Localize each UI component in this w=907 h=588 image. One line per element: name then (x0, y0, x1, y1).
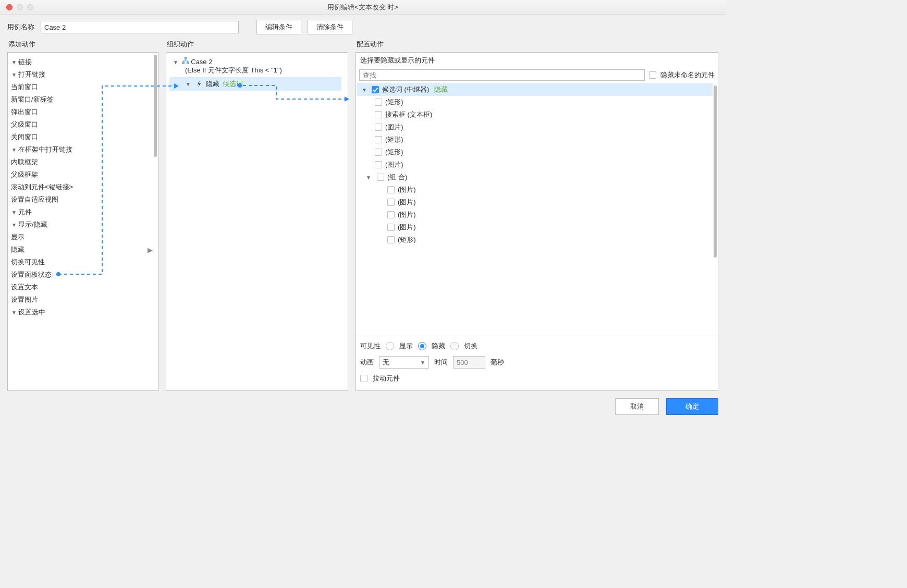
clear-condition-button[interactable]: 清除条件 (308, 20, 352, 34)
configure-pane: 选择要隐藏或显示的元件 隐藏未命名的元件 ▼ 候选词 (中继器) 隐藏 (矩形)… (356, 52, 718, 391)
tree-hide[interactable]: 隐藏▶ (11, 243, 152, 256)
tree-new-window[interactable]: 新窗口/新标签 (11, 93, 152, 106)
widget-image-2[interactable]: (图片) (357, 158, 713, 171)
widget-checkbox[interactable] (387, 211, 395, 218)
widget-checkbox[interactable] (375, 136, 382, 143)
widget-group-image-4[interactable]: (图片) (357, 221, 713, 234)
cancel-button[interactable]: 取消 (615, 398, 659, 415)
disclosure-down-icon[interactable]: ▼ (11, 72, 17, 78)
visibility-hide-radio[interactable] (418, 342, 426, 350)
time-input[interactable] (453, 356, 485, 369)
pull-widget-label: 拉动元件 (373, 374, 400, 383)
widget-checkbox[interactable] (375, 124, 382, 131)
tree-show[interactable]: 显示 (11, 231, 152, 243)
hide-unnamed-checkbox[interactable] (649, 71, 656, 79)
widget-checkbox[interactable] (375, 111, 382, 118)
disclosure-down-icon[interactable]: ▼ (361, 87, 367, 93)
case-name-input[interactable] (41, 21, 239, 33)
hide-unnamed-label: 隐藏未命名的元件 (660, 70, 715, 80)
widget-checkbox[interactable] (375, 149, 382, 156)
widget-list[interactable]: ▼ 候选词 (中继器) 隐藏 (矩形) 搜索框 (文本框) (图片) (矩形) … (356, 83, 713, 336)
action-tree-scroll[interactable]: ▼链接 ▼打开链接 当前窗口 新窗口/新标签 弹出窗口 父级窗口 关闭窗口 ▼在… (8, 53, 153, 390)
widget-checkbox[interactable] (387, 236, 395, 243)
tree-parent-window[interactable]: 父级窗口 (11, 118, 152, 131)
widget-group-image-2[interactable]: (图片) (357, 196, 713, 209)
tree-popup-window[interactable]: 弹出窗口 (11, 106, 152, 118)
minimize-icon[interactable] (17, 4, 23, 10)
disclosure-down-icon[interactable]: ▼ (11, 222, 17, 228)
widget-group-image-1[interactable]: (图片) (357, 183, 713, 196)
tree-open-link[interactable]: ▼打开链接 (11, 68, 152, 81)
case-condition[interactable]: (Else If 元件文字长度 This < "1") (169, 66, 341, 76)
lightning-icon (195, 80, 203, 88)
disclosure-down-icon[interactable]: ▼ (11, 59, 17, 65)
visibility-show-radio[interactable] (386, 342, 394, 350)
widget-checkbox[interactable] (387, 199, 395, 206)
case-label: Case 2 (191, 58, 212, 66)
widget-rect-2[interactable]: (矩形) (357, 133, 713, 146)
action-target: 候选词 (223, 79, 243, 89)
disclosure-down-icon[interactable]: ▼ (11, 310, 17, 315)
widget-checkbox[interactable] (387, 186, 395, 193)
configure-action-title: 配置动作 (356, 38, 718, 52)
maximize-icon[interactable] (27, 4, 33, 10)
tree-scroll-anchor[interactable]: 滚动到元件<锚链接> (11, 181, 152, 193)
widget-checkbox[interactable] (377, 174, 384, 181)
case-tree-pane: ▼ Case 2 (Else If 元件文字长度 This < "1") ▼ 隐… (166, 52, 348, 391)
disclosure-down-icon[interactable]: ▼ (173, 59, 179, 65)
edit-condition-button[interactable]: 编辑条件 (256, 20, 301, 34)
animation-select[interactable]: 无 ▼ (379, 356, 429, 369)
visibility-toggle-label: 切换 (464, 341, 477, 351)
widget-checkbox[interactable] (387, 224, 395, 231)
disclosure-down-icon[interactable]: ▼ (365, 175, 372, 180)
visibility-toggle-radio[interactable] (450, 342, 459, 350)
tree-set-adaptive[interactable]: 设置自适应视图 (11, 193, 152, 206)
tree-show-hide[interactable]: ▼显示/隐藏 (11, 218, 152, 231)
add-action-title: 添加动作 (7, 38, 158, 52)
widget-rect-3[interactable]: (矩形) (357, 146, 713, 158)
animation-value: 无 (383, 358, 389, 367)
tree-set-panel[interactable]: 设置面板状态 (11, 268, 152, 281)
window-titlebar: 用例编辑<文本改变 时> (0, 0, 726, 15)
close-icon[interactable] (6, 4, 13, 10)
organize-action-section: 组织动作 ▼ Case 2 (Else If 元件文字长度 This < "1"… (166, 38, 348, 391)
tree-set-text[interactable]: 设置文本 (11, 281, 152, 293)
widget-candidate[interactable]: ▼ 候选词 (中继器) 隐藏 (357, 83, 713, 96)
select-widget-header: 选择要隐藏或显示的元件 (356, 53, 718, 66)
tree-current-window[interactable]: 当前窗口 (11, 81, 152, 93)
widget-image-1[interactable]: (图片) (357, 121, 713, 133)
visibility-show-label: 显示 (399, 341, 413, 351)
case-name-label: 用例名称 (7, 22, 34, 32)
widget-rect-1[interactable]: (矩形) (357, 96, 713, 108)
tree-close-window[interactable]: 关闭窗口 (11, 131, 152, 143)
tree-set-image[interactable]: 设置图片 (11, 293, 152, 306)
widget-checkbox[interactable] (375, 99, 382, 106)
scrollbar-thumb[interactable] (714, 85, 717, 258)
search-input[interactable] (359, 69, 645, 81)
widget-group-image-3[interactable]: (图片) (357, 209, 713, 221)
pull-widget-checkbox[interactable] (360, 375, 367, 382)
tree-toggle-visibility[interactable]: 切换可见性 (11, 256, 152, 268)
tree-inline-frame[interactable]: 内联框架 (11, 156, 152, 168)
scrollbar-thumb[interactable] (154, 55, 157, 157)
widget-checkbox[interactable] (372, 86, 379, 93)
case-header-row: 用例名称 编辑条件 清除条件 (0, 15, 726, 38)
tree-parent-frame[interactable]: 父级框架 (11, 168, 152, 181)
tree-widgets[interactable]: ▼元件 (11, 206, 152, 218)
disclosure-down-icon[interactable]: ▼ (185, 81, 191, 87)
disclosure-down-icon[interactable]: ▼ (11, 147, 17, 153)
action-hide-row[interactable]: ▼ 隐藏 候选词 (169, 77, 341, 91)
ok-button[interactable]: 确定 (666, 398, 718, 415)
widget-searchbox[interactable]: 搜索框 (文本框) (357, 108, 713, 121)
configure-action-section: 配置动作 选择要隐藏或显示的元件 隐藏未命名的元件 ▼ 候选词 (中继器) 隐藏… (356, 38, 718, 391)
tree-set-selected[interactable]: ▼设置选中 (11, 306, 152, 318)
tree-open-in-frame[interactable]: ▼在框架中打开链接 (11, 143, 152, 156)
time-unit-label: 毫秒 (491, 358, 504, 367)
disclosure-down-icon[interactable]: ▼ (11, 210, 17, 215)
case-node[interactable]: ▼ Case 2 (169, 56, 341, 66)
widget-group[interactable]: ▼(组 合) (357, 171, 713, 183)
widget-checkbox[interactable] (375, 161, 382, 168)
tree-links[interactable]: ▼链接 (11, 56, 152, 68)
widget-group-rect[interactable]: (矩形) (357, 234, 713, 246)
visibility-hide-label: 隐藏 (432, 341, 445, 351)
